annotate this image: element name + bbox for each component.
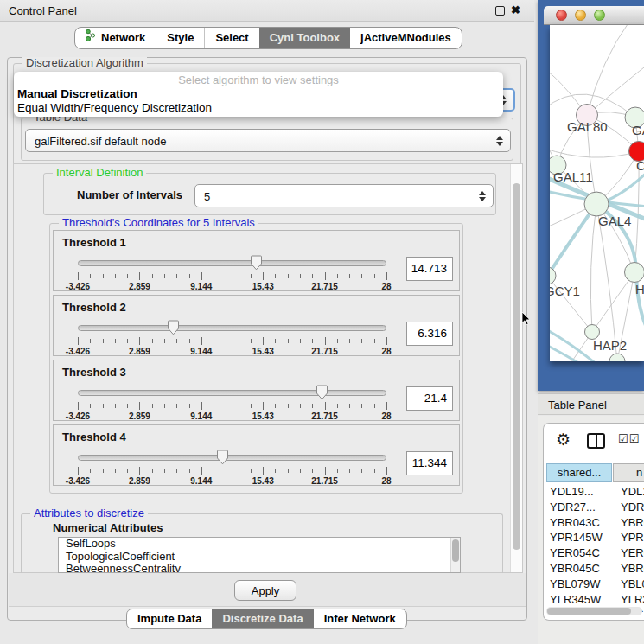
popup-option-manual-discretization[interactable]: Manual Discretization <box>17 87 137 100</box>
slider-handle[interactable] <box>216 450 229 465</box>
network-canvas[interactable]: GAL80GACGAL11GAL4GCY1HHAP2 <box>550 25 644 361</box>
slider-tick <box>312 339 313 343</box>
network-edge[interactable] <box>590 204 596 332</box>
network-edge[interactable] <box>587 25 629 115</box>
split-pane-icon[interactable] <box>587 433 605 449</box>
threshold-slider[interactable]: -3.4262.8599.14415.4321.71528 <box>78 450 386 486</box>
table-horizontal-scrollbar[interactable] <box>546 607 642 615</box>
node-hap2[interactable] <box>585 325 600 340</box>
tab-discretize-data[interactable]: Discretize Data <box>212 609 313 628</box>
slider-track[interactable] <box>78 455 386 461</box>
cell-name[interactable]: YDR2 <box>621 501 644 513</box>
table-row[interactable]: YBL079WYBL0 <box>544 577 644 592</box>
threshold-slider[interactable]: -3.4262.8599.14415.4321.71528 <box>78 255 386 291</box>
cell-shared-name[interactable]: YDR27... <box>550 501 596 513</box>
gear-icon[interactable]: ⚙ <box>556 430 571 450</box>
tab-impute-data[interactable]: Impute Data <box>127 609 212 628</box>
numerical-attributes-list[interactable]: SelfLoopsTopologicalCoefficientBetweenne… <box>58 537 461 573</box>
table-row[interactable]: YBR045CYBR0 <box>544 561 644 577</box>
table-row[interactable]: YBR043CYBR0 <box>544 515 644 531</box>
threshold-panel-2: Threshold 2-3.4262.8599.14415.4321.71528… <box>53 295 460 356</box>
slider-track[interactable] <box>78 260 386 266</box>
cell-shared-name[interactable]: YDL19... <box>550 485 594 498</box>
tab-style[interactable]: Style <box>156 28 204 48</box>
threshold-label: Threshold 3 <box>62 366 126 379</box>
numerical-attribute-item[interactable]: BetweennessCentrality <box>59 563 460 573</box>
node-gal4[interactable] <box>584 192 609 216</box>
cell-shared-name[interactable]: YLR345W <box>550 593 601 606</box>
slider-tick <box>275 274 276 278</box>
node-bottom[interactable] <box>609 354 625 361</box>
slider-handle[interactable] <box>167 320 180 335</box>
cell-shared-name[interactable]: YPR145W <box>550 531 603 544</box>
slider-tick <box>374 469 375 473</box>
slider-tick <box>176 339 177 343</box>
cell-name[interactable]: YBR0 <box>621 562 644 575</box>
apply-button[interactable]: Apply <box>234 580 296 601</box>
table-row[interactable]: YPR145WYPR1 <box>544 530 644 545</box>
slider-tick <box>349 274 350 278</box>
cell-shared-name[interactable]: YBR045C <box>550 562 600 575</box>
tab-network[interactable]: Network <box>75 28 156 48</box>
close-icon[interactable]: ✖ <box>511 3 520 16</box>
number-of-intervals-combobox[interactable]: 5 <box>194 184 494 207</box>
tab-infer-network[interactable]: Infer Network <box>314 609 406 628</box>
slider-tick-label: 2.859 <box>129 476 150 486</box>
threshold-value-field[interactable]: 6.316 <box>406 322 453 346</box>
slider-tick <box>152 274 153 278</box>
slider-track[interactable] <box>78 390 386 396</box>
threshold-slider[interactable]: -3.4262.8599.14415.4321.71528 <box>78 320 386 356</box>
float-window-icon[interactable] <box>495 6 505 16</box>
mac-zoom-button[interactable] <box>594 10 605 21</box>
cell-shared-name[interactable]: YER054C <box>550 546 600 559</box>
threshold-slider[interactable]: -3.4262.8599.14415.4321.71528 <box>78 385 386 421</box>
tab-select[interactable]: Select <box>204 28 258 48</box>
attributes-scrollbar[interactable] <box>450 538 460 572</box>
network-edge-highlighted[interactable] <box>550 204 596 283</box>
cell-name[interactable]: YER0 <box>621 546 644 559</box>
mac-close-button[interactable] <box>556 10 567 21</box>
slider-handle[interactable] <box>316 385 328 400</box>
network-edge-highlighted[interactable] <box>550 343 590 361</box>
panel-scrollbar-thumb[interactable] <box>513 183 520 550</box>
node-h[interactable] <box>625 263 644 283</box>
threshold-value-field[interactable]: 14.713 <box>406 257 453 281</box>
table-data-combobox[interactable]: galFiltered.sif default node <box>25 129 511 152</box>
cell-name[interactable]: YBR0 <box>621 516 644 529</box>
slider-tick <box>251 274 252 278</box>
tab-jactivemnodules[interactable]: jActiveMNodules <box>350 28 462 48</box>
slider-tick <box>288 469 289 473</box>
slider-ticks <box>78 272 386 280</box>
slider-tick-labels: -3.4262.8599.14415.4321.71528 <box>78 282 386 292</box>
table-row[interactable]: YDR27...YDR2 <box>544 500 644 515</box>
tab-cyni-toolbox[interactable]: Cyni Toolbox <box>259 28 350 48</box>
cell-name[interactable]: YDL1 <box>621 485 644 498</box>
attributes-scrollbar-thumb[interactable] <box>452 539 459 562</box>
table-row[interactable]: YDL19...YDL1 <box>544 484 644 500</box>
cell-name[interactable]: YLR3 <box>621 593 644 606</box>
mac-minimize-button[interactable] <box>575 10 586 21</box>
table-row[interactable]: YER054CYER0 <box>544 545 644 561</box>
numerical-attribute-item[interactable]: SelfLoops <box>59 538 460 551</box>
slider-tick <box>189 274 190 278</box>
cell-shared-name[interactable]: YBL079W <box>550 577 601 590</box>
node-label-gal11: GAL11 <box>553 169 593 184</box>
column-header-shared-name[interactable]: shared... <box>546 463 612 482</box>
popup-option-equal-width[interactable]: Equal Width/Frequency Discretization <box>17 101 212 114</box>
slider-handle[interactable] <box>250 255 263 271</box>
threshold-value-field[interactable]: 11.344 <box>406 451 453 475</box>
cell-name[interactable]: YPR1 <box>621 531 644 544</box>
slider-track[interactable] <box>78 325 386 331</box>
control-panel: Control Panel ✖ Network Style Select <box>0 0 534 644</box>
node-gcy1[interactable] <box>550 267 556 284</box>
threshold-value-field[interactable]: 21.4 <box>406 386 453 411</box>
select-columns-icon[interactable]: ☑☑ <box>618 432 640 445</box>
table-row[interactable]: YLR345WYLR3 <box>544 592 644 608</box>
column-header-name[interactable]: n <box>613 463 644 482</box>
slider-tick <box>325 272 326 280</box>
cell-shared-name[interactable]: YBR043C <box>550 516 600 529</box>
numerical-attribute-item[interactable]: TopologicalCoefficient <box>59 551 460 564</box>
panel-vertical-scrollbar[interactable] <box>510 164 522 572</box>
cell-name[interactable]: YBL0 <box>621 577 644 590</box>
table-hscroll-thumb[interactable] <box>547 608 631 615</box>
